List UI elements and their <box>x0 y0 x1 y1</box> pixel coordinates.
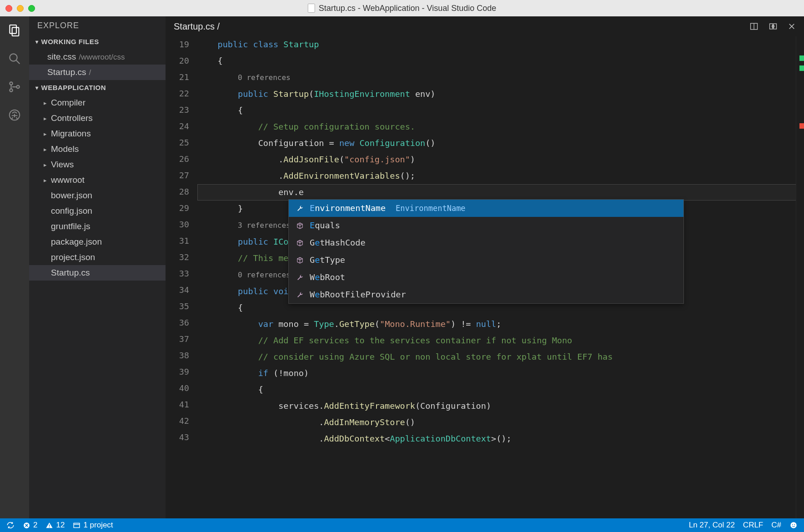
project-indicator[interactable]: 1 project <box>73 521 113 530</box>
suggest-item[interactable]: GetType <box>289 251 683 269</box>
folder-item[interactable]: ▸Controllers <box>29 110 166 126</box>
file-item[interactable]: package.json <box>29 234 166 250</box>
suggest-item[interactable]: WebRootFileProvider <box>289 286 683 303</box>
split-editor-icon[interactable] <box>749 22 759 31</box>
svg-point-4 <box>10 82 12 85</box>
source-control-tab[interactable] <box>7 79 22 95</box>
code-line[interactable]: public class Startup <box>197 36 804 53</box>
editor-actions <box>749 22 796 31</box>
svg-point-22 <box>794 524 795 525</box>
window-controls <box>5 5 35 12</box>
svg-point-5 <box>10 89 12 91</box>
file-item[interactable]: bower.json <box>29 188 166 203</box>
file-item[interactable]: Startup.cs <box>29 265 166 281</box>
chevron-right-icon: ▸ <box>44 177 48 184</box>
file-icon <box>308 4 315 13</box>
code-line[interactable]: { <box>197 53 804 69</box>
svg-line-3 <box>16 60 20 64</box>
search-tab[interactable] <box>7 51 22 66</box>
code-line[interactable]: env.e <box>197 184 804 201</box>
overview-ruler[interactable] <box>796 36 804 518</box>
code-line[interactable]: .AddDbContext<ApplicationDbContext>(); <box>197 431 804 447</box>
compare-icon[interactable] <box>769 22 778 31</box>
code-line[interactable]: Configuration = new Configuration() <box>197 135 804 151</box>
sidebar: EXPLORE ▾ WORKING FILES site.css/wwwroot… <box>29 16 166 518</box>
svg-rect-0 <box>10 25 16 34</box>
code-line[interactable]: var mono = Type.GetType("Mono.Runtime") … <box>197 316 804 332</box>
window-title-text: Startup.cs - WebApplication - Visual Stu… <box>319 4 497 13</box>
suggest-item[interactable]: WebRoot <box>289 269 683 286</box>
project-section[interactable]: ▾ WEBAPPLICATION <box>29 80 166 95</box>
tab-bar: Startup.cs / <box>166 16 804 36</box>
warnings-indicator[interactable]: 12 <box>45 521 65 530</box>
debug-tab[interactable] <box>7 107 22 123</box>
cursor-indicator[interactable]: Ln 27, Col 22 <box>689 521 735 530</box>
code-line[interactable]: // Setup configuration sources. <box>197 119 804 135</box>
code-line[interactable]: .AddInMemoryStore() <box>197 414 804 431</box>
project-list: ▸Compiler▸Controllers▸Migrations▸Models▸… <box>29 95 166 281</box>
working-files-section[interactable]: ▾ WORKING FILES <box>29 34 166 49</box>
chevron-right-icon: ▸ <box>44 115 48 122</box>
status-bar: 2 12 1 project Ln 27, Col 22 CRLF C# <box>0 518 804 532</box>
svg-rect-17 <box>49 527 50 527</box>
chevron-down-icon: ▾ <box>35 85 39 91</box>
activity-bar <box>0 16 29 518</box>
code-line[interactable]: if (!mono) <box>197 365 804 381</box>
svg-rect-18 <box>74 523 80 527</box>
folder-item[interactable]: ▸Views <box>29 157 166 172</box>
working-file-item[interactable]: Startup.cs/ <box>29 65 166 80</box>
code-line[interactable]: 0 references <box>197 69 804 86</box>
suggest-widget[interactable]: EnvironmentNameEnvironmentNameEqualsGetH… <box>288 199 684 304</box>
svg-point-20 <box>790 522 797 528</box>
folder-item[interactable]: ▸Migrations <box>29 126 166 141</box>
suggest-item[interactable]: EnvironmentNameEnvironmentName <box>289 200 683 217</box>
code-line[interactable]: public Startup(IHostingEnvironment env) <box>197 86 804 102</box>
code-line[interactable]: // consider using Azure SQL or non local… <box>197 349 804 365</box>
titlebar: Startup.cs - WebApplication - Visual Stu… <box>0 0 804 16</box>
file-item[interactable]: project.json <box>29 250 166 265</box>
close-button[interactable] <box>5 5 12 12</box>
line-gutter: 1920212223242526272829303132333435363738… <box>166 36 197 518</box>
folder-item[interactable]: ▸wwwroot <box>29 172 166 188</box>
suggest-item[interactable]: GetHashCode <box>289 234 683 251</box>
chevron-down-icon: ▾ <box>35 39 39 45</box>
file-item[interactable]: config.json <box>29 203 166 219</box>
svg-point-2 <box>10 54 17 61</box>
language-indicator[interactable]: C# <box>771 521 781 530</box>
svg-point-21 <box>792 524 793 525</box>
eol-indicator[interactable]: CRLF <box>743 521 763 530</box>
chevron-right-icon: ▸ <box>44 100 48 106</box>
errors-indicator[interactable]: 2 <box>23 521 37 530</box>
code-line[interactable]: .AddJsonFile("config.json") <box>197 151 804 168</box>
workbench: EXPLORE ▾ WORKING FILES site.css/wwwroot… <box>0 16 804 518</box>
chevron-right-icon: ▸ <box>44 130 48 137</box>
sidebar-header: EXPLORE <box>29 16 166 34</box>
feedback-icon[interactable] <box>789 521 798 529</box>
editor: Startup.cs / 192021222324252627282930313… <box>166 16 804 518</box>
sync-indicator[interactable] <box>6 521 15 529</box>
folder-item[interactable]: ▸Models <box>29 141 166 157</box>
svg-rect-16 <box>49 524 50 526</box>
svg-rect-1 <box>12 27 19 36</box>
code-line[interactable]: { <box>197 381 804 398</box>
svg-point-6 <box>16 85 19 88</box>
code-line[interactable]: { <box>197 102 804 119</box>
working-file-item[interactable]: site.css/wwwroot/css <box>29 49 166 65</box>
code-line[interactable]: // Add EF services to the services conta… <box>197 332 804 349</box>
svg-point-12 <box>772 25 774 28</box>
tab-title[interactable]: Startup.cs / <box>174 21 220 32</box>
chevron-right-icon: ▸ <box>44 146 48 153</box>
code-area[interactable]: 1920212223242526272829303132333435363738… <box>166 36 804 518</box>
chevron-right-icon: ▸ <box>44 161 48 168</box>
file-item[interactable]: gruntfile.js <box>29 219 166 234</box>
minimize-button[interactable] <box>17 5 24 12</box>
explorer-tab[interactable] <box>7 23 22 38</box>
code-line[interactable]: .AddEnvironmentVariables(); <box>197 168 804 184</box>
folder-item[interactable]: ▸Compiler <box>29 95 166 110</box>
code-line[interactable]: services.AddEntityFramework(Configuratio… <box>197 398 804 414</box>
suggest-item[interactable]: Equals <box>289 217 683 234</box>
close-icon[interactable] <box>788 22 796 30</box>
working-files-list: site.css/wwwroot/cssStartup.cs/ <box>29 49 166 80</box>
window-title: Startup.cs - WebApplication - Visual Stu… <box>308 4 497 13</box>
maximize-button[interactable] <box>28 5 35 12</box>
